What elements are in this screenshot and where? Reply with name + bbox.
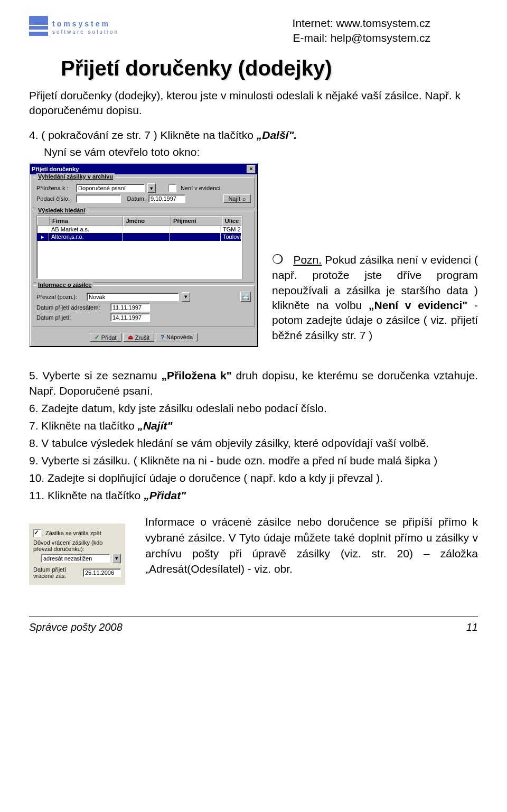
datum-prijeti-label: Datum přijetí:: [36, 314, 108, 321]
window-title: Přijetí doručenky: [32, 166, 79, 172]
podaci-input[interactable]: [76, 194, 121, 203]
group-search: Vyhledání zásilky v archivu Přiložena k …: [33, 177, 255, 208]
search-icon: ⌕: [242, 195, 246, 202]
footer-left: Správce pošty 2008: [29, 621, 123, 633]
footer-page-number: 11: [466, 621, 478, 633]
col-jmeno[interactable]: Jméno: [123, 216, 171, 226]
prevzal-combo[interactable]: Novák: [87, 293, 179, 301]
step-10: 10. Zadejte si doplňující údaje o doruče…: [29, 471, 478, 486]
reason-combo[interactable]: adresát nezastižen: [41, 554, 110, 563]
chevron-down-icon[interactable]: ▾: [147, 183, 156, 193]
contact-internet: Internet: www.tomsystem.cz: [293, 16, 430, 31]
step-11: 11. Klikněte na tlačítko „Přidat": [29, 488, 478, 503]
prilozena-label: Přiložena k :: [36, 185, 73, 191]
group-result: Výsledek hledání Firma Jméno Příjmení Ul…: [33, 211, 255, 283]
col-firma[interactable]: Firma: [50, 216, 123, 226]
return-date-label: Datum přijetí vrácené zás.: [33, 566, 80, 579]
chevron-down-icon[interactable]: ▾: [182, 292, 190, 302]
cancel-icon: ⏏: [128, 334, 133, 341]
zrusit-button[interactable]: ⏏ Zrušit: [123, 333, 155, 342]
napoveda-button[interactable]: ? Nápověda: [156, 333, 198, 341]
table-row-selected[interactable]: ▸ Alteron,s.r.o. Toulovcovo: [37, 233, 241, 241]
card-icon-button[interactable]: 📇: [240, 292, 251, 302]
podaci-label: Podací číslo:: [36, 195, 73, 202]
prevzal-label: Převzal (pozn.):: [36, 294, 84, 300]
prilozena-combo[interactable]: Doporučené psaní: [76, 184, 145, 192]
datum-prijeti-input[interactable]: [110, 313, 150, 322]
help-icon: ?: [161, 334, 164, 340]
close-icon[interactable]: ×: [247, 165, 256, 173]
contact-block: Internet: www.tomsystem.cz E-mail: help@…: [293, 16, 430, 46]
logo-icon: [29, 16, 48, 38]
step-5: 5. Vyberte si ze seznamu „Přiložena k" d…: [29, 368, 478, 399]
page-title: Přijetí doručenky (dodejky): [61, 57, 478, 80]
step-4: 4. ( pokračování ze str. 7 ) Klikněte na…: [29, 127, 478, 143]
group-info: Informace o zásilce Převzal (pozn.): Nov…: [33, 285, 255, 327]
info-right-text: Informace o vrácené zásilce nebo doručen…: [145, 514, 478, 577]
group-info-legend: Informace o zásilce: [36, 282, 93, 288]
returned-label: Zásilka se vrátila zpět: [45, 530, 101, 536]
row-pointer-icon: ▸: [37, 233, 49, 241]
col-prijmeni[interactable]: Příjmení: [171, 216, 222, 226]
scrollbar[interactable]: [242, 216, 251, 279]
not-in-evidence-checkbox[interactable]: [168, 184, 176, 192]
step-6: 6. Zadejte datum, kdy jste zásilku odesl…: [29, 401, 478, 416]
check-icon: ✓: [95, 334, 99, 341]
titlebar: Přijetí doručenky ×: [30, 164, 257, 174]
intro-text: Přijetí doručenky (dodejky), kterou jste…: [29, 88, 478, 118]
najit-button[interactable]: Najít ⌕: [223, 194, 251, 203]
return-panel: Zásilka se vrátila zpět Důvod vrácení zá…: [29, 524, 125, 585]
col-ulice[interactable]: Ulice: [222, 216, 241, 226]
datum-label: Datum:: [124, 195, 146, 202]
returned-checkbox[interactable]: [33, 529, 41, 537]
logo: tomsystem software solution: [29, 16, 119, 38]
return-date-input[interactable]: [83, 568, 121, 577]
contact-email: E-mail: help@tomsystem.cz: [293, 31, 430, 45]
group-search-legend: Vyhledání zásilky v archivu: [36, 173, 115, 180]
datum-adr-label: Datum přijetí adresátem:: [36, 304, 108, 311]
dialog-window: Přijetí doručenky × Vyhledání zásilky v …: [29, 163, 258, 347]
footer-divider: [29, 617, 478, 617]
brand-name: tomsystem: [52, 20, 119, 28]
step-8: 8. V tabulce výsledek hledání se vám obj…: [29, 436, 478, 451]
table-row[interactable]: AB Market a.s. TGM 235: [37, 226, 241, 233]
brand-subtitle: software solution: [52, 29, 119, 35]
step-7: 7. Klikněte na tlačítko „Najít": [29, 418, 478, 434]
reason-label: Důvod vrácení zásilky (kdo převzal doruč…: [33, 539, 121, 552]
step-4-sub: Nyní se vám otevřelo toto okno:: [44, 144, 478, 160]
step-9: 9. Vyberte si zásilku. ( Klikněte na ni …: [29, 453, 478, 469]
result-table[interactable]: Firma Jméno Příjmení Ulice AB Market a.s…: [36, 216, 242, 279]
side-note: ❍ Pozn. Pokud zásilka není v evidenci ( …: [272, 251, 478, 343]
not-in-evidence-label: Není v evidenci: [181, 185, 220, 191]
group-result-legend: Výsledek hledání: [36, 207, 87, 213]
pridat-button[interactable]: ✓ Přidat: [90, 333, 121, 342]
datum-adr-input[interactable]: [110, 303, 150, 312]
chevron-down-icon[interactable]: ▾: [112, 554, 121, 563]
datum-input[interactable]: [148, 194, 185, 203]
